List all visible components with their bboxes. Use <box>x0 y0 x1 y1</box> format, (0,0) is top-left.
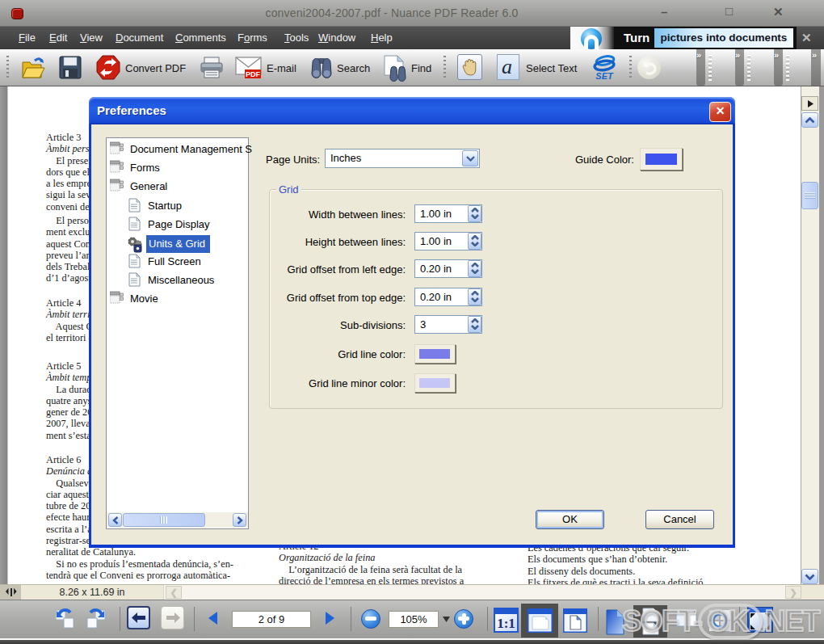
svg-text:1:1: 1:1 <box>497 616 515 631</box>
svg-text:PDF: PDF <box>246 70 261 78</box>
svg-text:SET: SET <box>595 71 614 81</box>
